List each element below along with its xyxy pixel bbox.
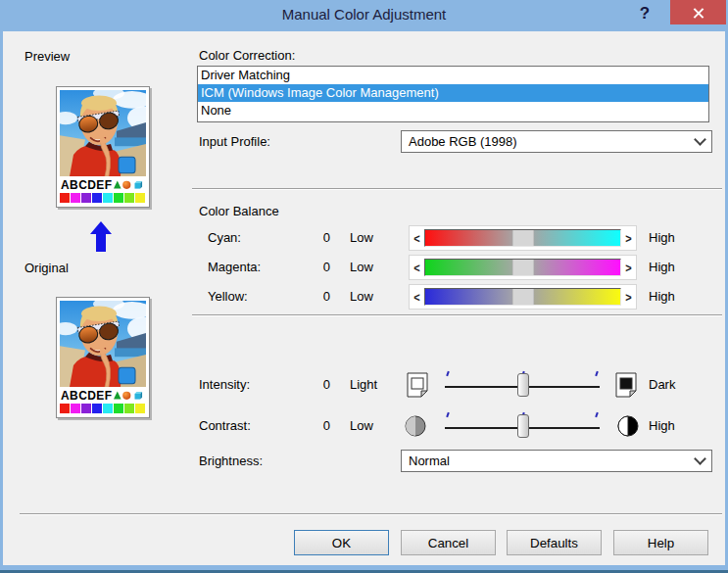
color-swatch xyxy=(124,193,134,203)
contrast-value: 0 xyxy=(307,412,330,440)
yellow-gradient-bar xyxy=(424,288,621,306)
magenta-slider-thumb[interactable] xyxy=(512,260,534,275)
chevron-right-icon[interactable]: > xyxy=(621,231,636,245)
yellow-value: 0 xyxy=(307,284,330,310)
cyan-low-label: Low xyxy=(350,225,373,251)
yellow-low-label: Low xyxy=(350,284,373,310)
brightness-select[interactable]: Normal xyxy=(401,450,712,472)
contrast-row: Contrast: 0 Low xyxy=(0,412,728,440)
high-contrast-circle-icon xyxy=(617,415,639,440)
slider-tick xyxy=(446,371,450,376)
magenta-low-label: Low xyxy=(350,255,373,280)
chevron-right-icon[interactable]: > xyxy=(621,290,636,304)
cyan-slider[interactable]: < > xyxy=(409,225,637,251)
preview-label: Preview xyxy=(24,49,70,64)
cancel-button[interactable]: Cancel xyxy=(401,530,496,555)
magenta-high-label: High xyxy=(649,255,675,280)
sample-text: ABCDEF xyxy=(61,178,112,192)
magenta-gradient-right xyxy=(534,260,621,275)
chevron-left-icon[interactable]: < xyxy=(410,231,424,245)
brightness-row: Brightness: Normal xyxy=(0,450,728,472)
intensity-slider[interactable] xyxy=(443,371,602,399)
contrast-label: Contrast: xyxy=(199,412,251,440)
original-image: ABCDEF xyxy=(56,297,150,418)
close-button[interactable] xyxy=(670,0,726,24)
cyan-label: Cyan: xyxy=(208,225,241,251)
cyan-row: Cyan: 0 Low < > High xyxy=(0,225,728,251)
magenta-row: Magenta: 0 Low < > High xyxy=(0,255,728,280)
chevron-down-icon xyxy=(694,133,706,146)
listbox-item-none[interactable]: None xyxy=(198,102,708,119)
manual-color-adjustment-dialog: Manual Color Adjustment ? Preview xyxy=(0,0,728,573)
magenta-label: Magenta: xyxy=(208,255,261,280)
color-correction-label: Color Correction: xyxy=(199,48,295,63)
color-swatch xyxy=(81,193,91,203)
listbox-item-icm-selected[interactable]: ICM (Windows Image Color Management) xyxy=(198,84,708,102)
intensity-light-label: Light xyxy=(350,371,377,399)
intensity-dark-label: Dark xyxy=(649,371,675,399)
yellow-row: Yellow: 0 Low < > High xyxy=(0,284,728,310)
brightness-label: Brightness: xyxy=(199,450,263,472)
separator xyxy=(192,314,722,316)
help-button[interactable]: Help xyxy=(613,530,708,555)
slider-tick xyxy=(595,412,599,417)
title-bar: Manual Color Adjustment ? xyxy=(0,0,728,31)
chevron-right-icon[interactable]: > xyxy=(621,261,636,274)
defaults-button[interactable]: Defaults xyxy=(507,530,602,555)
color-swatch xyxy=(103,193,113,203)
magenta-gradient-bar xyxy=(424,259,621,276)
chevron-down-icon xyxy=(694,453,706,465)
contrast-slider[interactable] xyxy=(443,412,602,440)
ok-button[interactable]: OK xyxy=(294,530,389,555)
cyan-slider-thumb[interactable] xyxy=(512,230,534,246)
yellow-high-label: High xyxy=(649,284,675,310)
cyan-gradient-bar xyxy=(424,229,621,247)
yellow-slider[interactable]: < > xyxy=(409,284,637,310)
chevron-left-icon[interactable]: < xyxy=(410,261,424,274)
color-swatch xyxy=(135,193,145,203)
color-swatch xyxy=(92,193,102,203)
magenta-value: 0 xyxy=(307,255,330,280)
color-balance-label: Color Balance xyxy=(199,204,279,218)
yellow-gradient-right xyxy=(534,289,621,305)
slider-tick xyxy=(595,371,599,376)
color-swatch-strip xyxy=(60,193,146,204)
contrast-low-label: Low xyxy=(350,412,373,440)
input-profile-value: Adobe RGB (1998) xyxy=(409,134,696,149)
color-swatch xyxy=(60,193,70,203)
dark-page-icon xyxy=(615,372,637,401)
intensity-thumb[interactable] xyxy=(517,373,529,397)
intensity-row: Intensity: 0 Light xyxy=(0,371,728,399)
yellow-slider-thumb[interactable] xyxy=(512,289,534,305)
yellow-gradient-left xyxy=(425,289,512,305)
color-correction-listbox[interactable]: Driver Matching ICM (Windows Image Color… xyxy=(197,66,709,122)
light-page-icon xyxy=(407,372,428,401)
chevron-left-icon[interactable]: < xyxy=(410,290,424,304)
listbox-item-driver-matching[interactable]: Driver Matching xyxy=(198,67,708,84)
separator xyxy=(192,188,722,190)
window-title: Manual Color Adjustment xyxy=(0,0,728,31)
cyan-gradient-right xyxy=(534,230,621,246)
contrast-high-label: High xyxy=(649,412,675,440)
color-swatch xyxy=(114,193,123,203)
low-contrast-circle-icon xyxy=(405,415,426,440)
separator xyxy=(20,513,722,515)
magenta-gradient-left xyxy=(425,260,512,275)
intensity-value: 0 xyxy=(307,371,330,399)
intensity-label: Intensity: xyxy=(199,371,250,399)
cyan-gradient-left xyxy=(425,230,512,246)
sample-shapes-icon xyxy=(114,177,145,192)
contrast-thumb[interactable] xyxy=(517,414,529,438)
cyan-high-label: High xyxy=(649,225,675,251)
slider-tick xyxy=(446,412,450,417)
magenta-slider[interactable]: < > xyxy=(409,255,637,280)
color-swatch xyxy=(71,193,80,203)
sample-caption: ABCDEF xyxy=(60,176,146,193)
input-profile-label: Input Profile: xyxy=(199,130,270,153)
close-icon xyxy=(693,7,704,19)
yellow-label: Yellow: xyxy=(208,284,248,310)
cyan-value: 0 xyxy=(307,225,330,251)
input-profile-select[interactable]: Adobe RGB (1998) xyxy=(401,130,712,153)
screen: Manual Color Adjustment ? Preview xyxy=(0,0,728,573)
help-question-button[interactable]: ? xyxy=(632,1,657,26)
